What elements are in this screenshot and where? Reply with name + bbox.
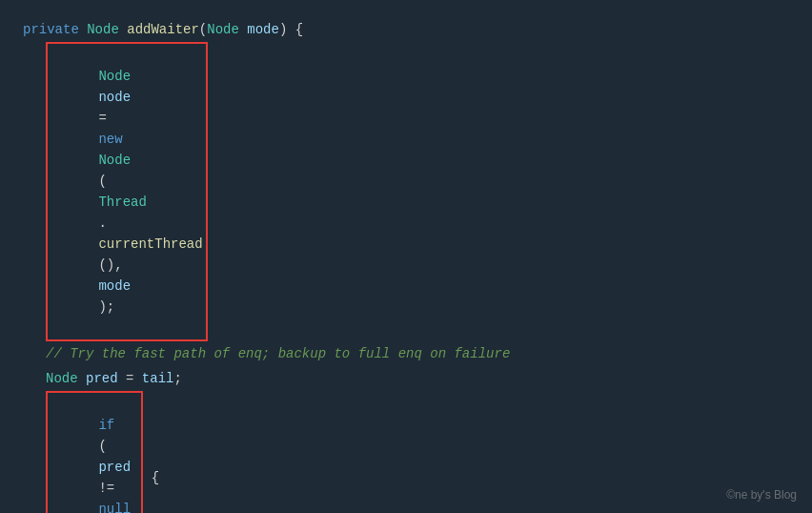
highlighted-statement: Node node = new Node ( Thread . currentT…	[46, 42, 208, 341]
highlighted-if: if ( pred != null )	[46, 391, 143, 513]
code-line-4: Node pred = tail ;	[23, 366, 789, 391]
var-pred2: pred	[98, 460, 138, 475]
code-line-1: private Node addWaiter ( Node mode ) {	[23, 17, 789, 42]
equals2: =	[126, 366, 142, 391]
var-node: node	[98, 90, 138, 105]
var-pred: pred	[86, 366, 126, 391]
keyword-private: private	[23, 17, 87, 42]
var-tail: tail	[142, 366, 174, 391]
paren4: (	[98, 439, 106, 454]
code-line-2: Node node = new Node ( Thread . currentT…	[23, 42, 789, 341]
brace1: {	[143, 465, 159, 490]
watermark: ©ne by's Blog	[726, 488, 797, 502]
param-type: Node	[207, 17, 247, 42]
type-node3: Node	[98, 153, 131, 168]
semi1: ;	[173, 366, 181, 391]
keyword-if: if	[98, 418, 122, 433]
equals: =	[98, 111, 114, 126]
code-line-5: if ( pred != null ) {	[23, 391, 789, 513]
paren-open: (	[199, 17, 207, 42]
keyword-null: null	[98, 502, 131, 513]
type-thread: Thread	[98, 195, 146, 210]
code-container: private Node addWaiter ( Node mode ) { N…	[0, 0, 812, 513]
paren3: );	[98, 299, 114, 315]
paren1: (	[98, 174, 106, 189]
type-node4: Node	[46, 366, 86, 391]
code-line-3: // Try the fast path of enq; backup to f…	[23, 341, 789, 366]
paren2: (),	[98, 257, 131, 273]
param-name: mode	[247, 17, 279, 42]
type-node: Node	[87, 17, 127, 42]
keyword-new: new	[98, 132, 131, 147]
comment-text: // Try the fast path of enq; backup to f…	[46, 341, 510, 366]
fn-currentthread: currentThread	[98, 236, 202, 252]
param-mode: mode	[98, 278, 131, 294]
paren-close: ) {	[279, 17, 303, 42]
fn-addwaiter: addWaiter	[127, 17, 199, 42]
dot1: .	[98, 215, 106, 231]
neq: !=	[98, 481, 122, 496]
type-node2: Node	[98, 69, 138, 84]
